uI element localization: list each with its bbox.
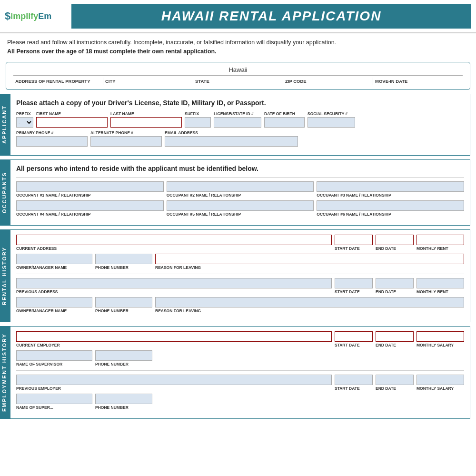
cur-emp-phone-group: PHONE NUMBER [95, 350, 152, 367]
prev-owner-group: OWNER/MANAGER NAME [16, 297, 92, 313]
occupants-row2: OCCUPANT #4 NAME / RELATIONSHIP OCCUPANT… [16, 200, 464, 217]
occ3-input[interactable] [317, 181, 464, 192]
current-address-input[interactable] [16, 235, 332, 245]
alt-phone-input[interactable] [90, 136, 162, 147]
firstname-group: FIRST NAME [36, 111, 108, 128]
prev-supervisor-label: NAME OF SUPER... [16, 405, 92, 410]
occ2-input[interactable] [167, 181, 314, 192]
prev-reason-group: REASON FOR LEAVING [155, 297, 464, 313]
firstname-label: FIRST NAME [36, 111, 108, 116]
prev-phone-label: PHONE NUMBER [95, 308, 152, 313]
ssn-label: SOCIAL SECURITY # [307, 111, 355, 116]
instructions: Please read and follow all instructions … [0, 33, 476, 59]
current-phone-group: PHONE NUMBER [95, 254, 152, 270]
prev-end-input[interactable] [376, 278, 414, 288]
current-end-label: END DATE [376, 246, 414, 251]
prefix-group: PREFIX - Mr. Ms. Mrs. Dr. [16, 111, 33, 128]
logo-text: implifyEm [10, 11, 51, 21]
rental-prev-row1: PREVIOUS ADDRESS START DATE END DATE MON… [16, 278, 464, 294]
prev-start-input[interactable] [335, 278, 373, 288]
prev-address-input[interactable] [16, 278, 332, 288]
current-phone-input[interactable] [95, 254, 152, 264]
occ6-input[interactable] [317, 200, 464, 211]
alt-phone-group: ALTERNATE PHONE # [90, 130, 162, 147]
emp-cur-end-input[interactable] [376, 331, 414, 342]
emp-prev-row2: NAME OF SUPER... PHONE NUMBER [16, 394, 464, 410]
property-fields: ADDRESS OF RENTAL PROPERTY CITY STATE ZI… [13, 75, 463, 85]
current-address-group: CURRENT ADDRESS [16, 235, 332, 251]
current-rent-input[interactable] [416, 235, 464, 245]
current-end-group: END DATE [376, 235, 414, 251]
current-start-input[interactable] [335, 235, 373, 245]
dob-input[interactable] [264, 117, 305, 128]
occ5-input[interactable] [167, 200, 314, 211]
prop-address: ADDRESS OF RENTAL PROPERTY [13, 78, 103, 85]
dob-label: DATE OF BIRTH [264, 111, 305, 116]
emp-prev-end-input[interactable] [376, 375, 414, 385]
prev-supervisor-input[interactable] [16, 394, 92, 404]
current-owner-label: OWNER/MANAGER NAME [16, 265, 92, 270]
prop-city: CITY [103, 78, 193, 85]
email-group: EMAIL ADDRESS [165, 130, 298, 147]
occ4-input[interactable] [16, 200, 164, 211]
occ2-group: OCCUPANT #2 NAME / RELATIONSHIP [167, 181, 314, 198]
lastname-input[interactable] [110, 117, 182, 128]
alt-phone-label: ALTERNATE PHONE # [90, 130, 162, 135]
current-reason-label: REASON FOR LEAVING [155, 265, 464, 270]
ssn-input[interactable] [307, 117, 355, 128]
primary-phone-label: PRIMARY PHONE # [16, 130, 88, 135]
current-reason-input[interactable] [155, 254, 464, 264]
prev-employer-input[interactable] [16, 375, 332, 385]
current-start-group: START DATE [335, 235, 373, 251]
instruction-line2: All Persons over the age of 18 must comp… [7, 48, 217, 55]
applicant-heading: Please attach a copy of your Driver's Li… [16, 99, 464, 107]
prev-rent-group: MONTHLY RENT [416, 278, 464, 294]
emp-prev-start-input[interactable] [335, 375, 373, 385]
emp-cur-salary-group: MONTHLY SALARY [416, 331, 464, 347]
prev-reason-input[interactable] [155, 297, 464, 307]
prev-owner-input[interactable] [16, 297, 92, 307]
occupants-heading: All persons who intend to reside with th… [16, 165, 464, 172]
current-end-input[interactable] [376, 235, 414, 245]
cur-supervisor-input[interactable] [16, 350, 92, 361]
applicant-side-label: APPLICANT [0, 94, 10, 156]
lastname-group: LAST NAME [110, 111, 182, 128]
employment-section: EMPLOYMENT HISTORY CURRENT EMPLOYER STAR… [0, 326, 476, 419]
occ2-label: OCCUPANT #2 NAME / RELATIONSHIP [167, 193, 314, 198]
cur-employer-input[interactable] [16, 331, 332, 342]
occ1-input[interactable] [16, 181, 164, 192]
emp-cur-salary-input[interactable] [416, 331, 464, 342]
prefix-label: PREFIX [16, 111, 33, 116]
firstname-input[interactable] [36, 117, 108, 128]
prop-movein: MOVE-IN DATE [373, 78, 463, 85]
prev-emp-phone-input[interactable] [95, 394, 152, 404]
page-title: HAWAII RENTAL APPLICATION [81, 9, 462, 24]
prev-employer-label: PREVIOUS EMPLOYER [16, 386, 332, 391]
suffix-input[interactable] [185, 117, 211, 128]
prev-employer-group: PREVIOUS EMPLOYER [16, 375, 332, 391]
applicant-section: APPLICANT Please attach a copy of your D… [0, 94, 476, 156]
current-phone-label: PHONE NUMBER [95, 265, 152, 270]
emp-prev-salary-input[interactable] [416, 375, 464, 385]
prev-phone-input[interactable] [95, 297, 152, 307]
current-owner-input[interactable] [16, 254, 92, 264]
lastname-label: LAST NAME [110, 111, 182, 116]
license-input[interactable] [214, 117, 261, 128]
suffix-group: SUFFIX [185, 111, 211, 128]
emp-current-row1: CURRENT EMPLOYER START DATE END DATE MON… [16, 331, 464, 347]
prev-reason-label: REASON FOR LEAVING [155, 308, 464, 313]
prefix-select[interactable]: - Mr. Ms. Mrs. Dr. [16, 117, 33, 128]
cur-supervisor-label: NAME OF SUPERVISOR [16, 362, 92, 367]
cur-emp-phone-input[interactable] [95, 350, 152, 361]
occ5-group: OCCUPANT #5 NAME / RELATIONSHIP [167, 200, 314, 217]
prev-address-label: PREVIOUS ADDRESS [16, 289, 332, 294]
emp-cur-start-group: START DATE [335, 331, 373, 347]
cur-emp-phone-label: PHONE NUMBER [95, 362, 152, 367]
current-owner-group: OWNER/MANAGER NAME [16, 254, 92, 270]
occ6-label: OCCUPANT #6 NAME / RELATIONSHIP [317, 212, 464, 217]
email-input[interactable] [165, 136, 298, 147]
emp-cur-start-input[interactable] [335, 331, 373, 342]
primary-phone-input[interactable] [16, 136, 88, 147]
prev-rent-input[interactable] [416, 278, 464, 288]
primary-phone-group: PRIMARY PHONE # [16, 130, 88, 147]
